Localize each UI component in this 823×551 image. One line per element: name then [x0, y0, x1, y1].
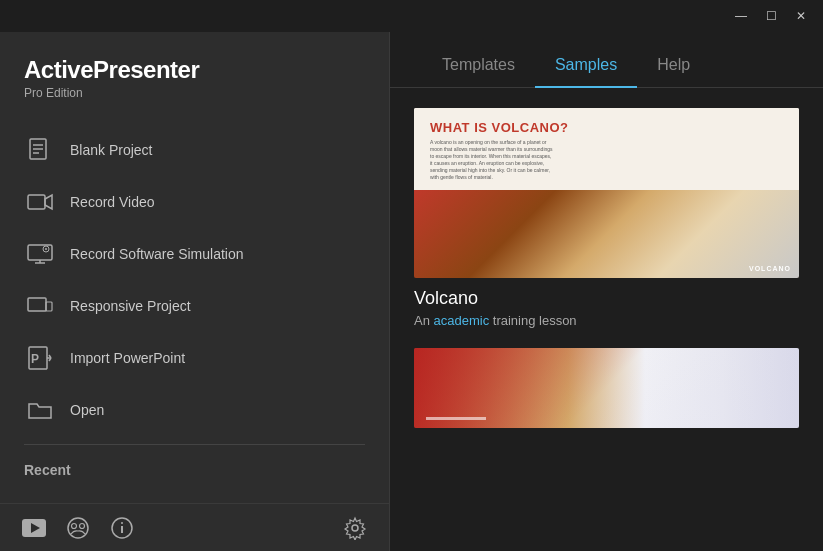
- svg-point-25: [121, 522, 123, 524]
- svg-point-22: [80, 523, 85, 528]
- menu-item-responsive-project[interactable]: Responsive Project: [0, 280, 389, 332]
- menu-label-responsive-project: Responsive Project: [70, 298, 191, 314]
- menu-item-import-powerpoint[interactable]: P Import PowerPoint: [0, 332, 389, 384]
- responsive-project-icon: [24, 290, 56, 322]
- tab-help[interactable]: Help: [637, 48, 710, 88]
- minimize-button[interactable]: —: [727, 5, 755, 27]
- settings-icon[interactable]: [341, 514, 369, 542]
- app-title: ActivePresenter: [24, 56, 365, 84]
- tab-samples[interactable]: Samples: [535, 48, 637, 88]
- samples-content: WHAT IS VOLCANO? A volcano is an opening…: [390, 88, 823, 551]
- community-icon[interactable]: [64, 514, 92, 542]
- app-title-area: ActivePresenter Pro Edition: [0, 32, 389, 108]
- svg-rect-4: [28, 195, 45, 209]
- sample2-overlay: [414, 348, 799, 428]
- blank-project-icon: [24, 134, 56, 166]
- record-simulation-icon: [24, 238, 56, 270]
- sidebar-divider: [24, 444, 365, 445]
- svg-text:P: P: [31, 352, 39, 366]
- svg-marker-5: [45, 195, 52, 209]
- recent-label: Recent: [24, 462, 71, 478]
- tabs-header: Templates Samples Help: [390, 32, 823, 88]
- menu-item-record-video[interactable]: Record Video: [0, 176, 389, 228]
- menu-label-record-simulation: Record Software Simulation: [70, 246, 244, 262]
- volcano-slide-title: WHAT IS VOLCANO?: [430, 120, 783, 135]
- maximize-button[interactable]: ☐: [757, 5, 785, 27]
- right-panel: Templates Samples Help WHAT IS VOLCANO? …: [390, 32, 823, 551]
- sidebar-menu: Blank Project Record Video: [0, 124, 389, 436]
- sample2-card[interactable]: [414, 348, 799, 428]
- window-controls: — ☐ ✕: [727, 5, 815, 27]
- svg-rect-12: [46, 302, 52, 311]
- volcano-name: Volcano: [414, 288, 799, 309]
- menu-label-blank-project: Blank Project: [70, 142, 152, 158]
- volcano-card[interactable]: WHAT IS VOLCANO? A volcano is an opening…: [414, 108, 799, 328]
- volcano-label: VOLCANO: [749, 265, 791, 272]
- title-bar: — ☐ ✕: [0, 0, 823, 32]
- svg-rect-11: [28, 298, 46, 311]
- menu-label-record-video: Record Video: [70, 194, 155, 210]
- main-content: ActivePresenter Pro Edition Blank Projec…: [0, 32, 823, 551]
- menu-item-blank-project[interactable]: Blank Project: [0, 124, 389, 176]
- sidebar-footer: [0, 503, 389, 551]
- volcano-thumbnail: WHAT IS VOLCANO? A volcano is an opening…: [414, 108, 799, 278]
- app-edition: Pro Edition: [24, 86, 365, 100]
- menu-label-import-powerpoint: Import PowerPoint: [70, 350, 185, 366]
- import-powerpoint-icon: P: [24, 342, 56, 374]
- svg-point-21: [72, 523, 77, 528]
- sample2-thumbnail: [414, 348, 799, 428]
- sidebar: ActivePresenter Pro Edition Blank Projec…: [0, 32, 390, 551]
- recent-section: Recent: [0, 453, 389, 495]
- svg-point-26: [352, 525, 358, 531]
- volcano-description: An academic training lesson: [414, 313, 799, 328]
- close-button[interactable]: ✕: [787, 5, 815, 27]
- desc-highlight: academic: [434, 313, 490, 328]
- svg-point-10: [45, 248, 47, 250]
- menu-label-open: Open: [70, 402, 104, 418]
- menu-item-record-simulation[interactable]: Record Software Simulation: [0, 228, 389, 280]
- info-icon[interactable]: [108, 514, 136, 542]
- menu-item-open[interactable]: Open: [0, 384, 389, 436]
- volcano-header-bar: WHAT IS VOLCANO? A volcano is an opening…: [414, 108, 799, 193]
- volcano-image-section: VOLCANO: [414, 190, 799, 278]
- svg-point-20: [68, 518, 88, 538]
- sample2-detail: [426, 417, 486, 420]
- volcano-thumb-art: WHAT IS VOLCANO? A volcano is an opening…: [414, 108, 799, 278]
- youtube-icon[interactable]: [20, 514, 48, 542]
- open-icon: [24, 394, 56, 426]
- tab-templates[interactable]: Templates: [422, 48, 535, 88]
- record-video-icon: [24, 186, 56, 218]
- volcano-slide-body: A volcano is an opening on the surface o…: [430, 139, 783, 181]
